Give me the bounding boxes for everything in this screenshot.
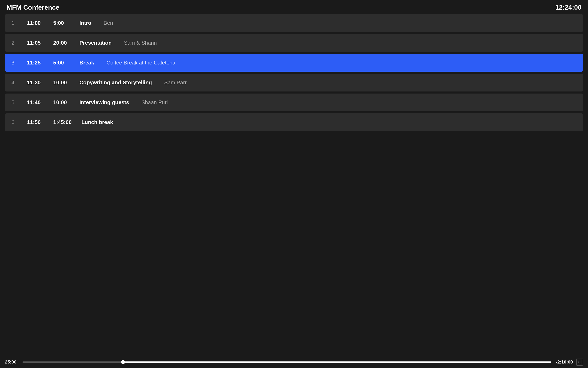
progress-thumb[interactable] (121, 360, 125, 364)
item-time: 11:05 (27, 40, 43, 46)
item-title: Copywriting and Storytelling (79, 79, 152, 86)
item-title: Lunch break (82, 119, 113, 125)
item-number: 1 (11, 20, 17, 26)
item-number: 2 (11, 40, 17, 46)
schedule-item-5[interactable]: 5 11:40 10:00 Interviewing guests Shaan … (5, 93, 583, 111)
schedule-item-2[interactable]: 2 11:05 20:00 Presentation Sam & Shann (5, 34, 583, 52)
item-subtitle: Shaan Puri (141, 99, 168, 106)
schedule-item-1[interactable]: 1 11:00 5:00 Intro Ben (5, 14, 583, 32)
item-title: Presentation (79, 40, 112, 46)
item-subtitle: Sam & Shann (124, 40, 157, 46)
item-number: 6 (11, 119, 17, 125)
item-number: 5 (11, 99, 17, 106)
item-time: 11:25 (27, 60, 43, 66)
clock: 12:24:00 (555, 4, 581, 11)
item-duration: 10:00 (53, 79, 70, 86)
item-subtitle: Sam Parr (164, 79, 187, 86)
schedule-list: 1 11:00 5:00 Intro Ben 2 11:05 20:00 Pre… (0, 14, 588, 356)
schedule-item-3[interactable]: 3 11:25 5:00 Break Coffee Break at the C… (5, 54, 583, 72)
app-title: MFM Conference (7, 4, 59, 11)
item-time: 11:50 (27, 119, 43, 125)
time-elapsed: 25:00 (5, 359, 19, 365)
item-duration: 1:45:00 (53, 119, 72, 125)
item-time: 11:30 (27, 79, 43, 86)
item-subtitle: Ben (103, 20, 113, 26)
item-time: 11:40 (27, 99, 43, 106)
fullscreen-button[interactable]: ⛶ (576, 359, 583, 366)
item-title: Interviewing guests (79, 99, 129, 106)
item-duration: 5:00 (53, 60, 70, 66)
item-title: Break (79, 60, 94, 66)
time-remaining: -2:10:00 (554, 359, 573, 365)
item-subtitle: Coffee Break at the Cafeteria (106, 60, 175, 66)
item-title: Intro (79, 20, 91, 26)
item-number: 3 (11, 60, 17, 66)
item-duration: 20:00 (53, 40, 70, 46)
item-time: 11:00 (27, 20, 43, 26)
schedule-item-4[interactable]: 4 11:30 10:00 Copywriting and Storytelli… (5, 74, 583, 92)
progress-track[interactable] (22, 361, 551, 363)
item-duration: 5:00 (53, 20, 70, 26)
item-duration: 10:00 (53, 99, 70, 106)
item-number: 4 (11, 79, 17, 86)
bottom-bar: 25:00 -2:10:00 ⛶ (0, 356, 588, 368)
fullscreen-icon: ⛶ (578, 360, 581, 364)
schedule-item-6[interactable]: 6 11:50 1:45:00 Lunch break (5, 113, 583, 131)
header: MFM Conference 12:24:00 (0, 0, 588, 14)
